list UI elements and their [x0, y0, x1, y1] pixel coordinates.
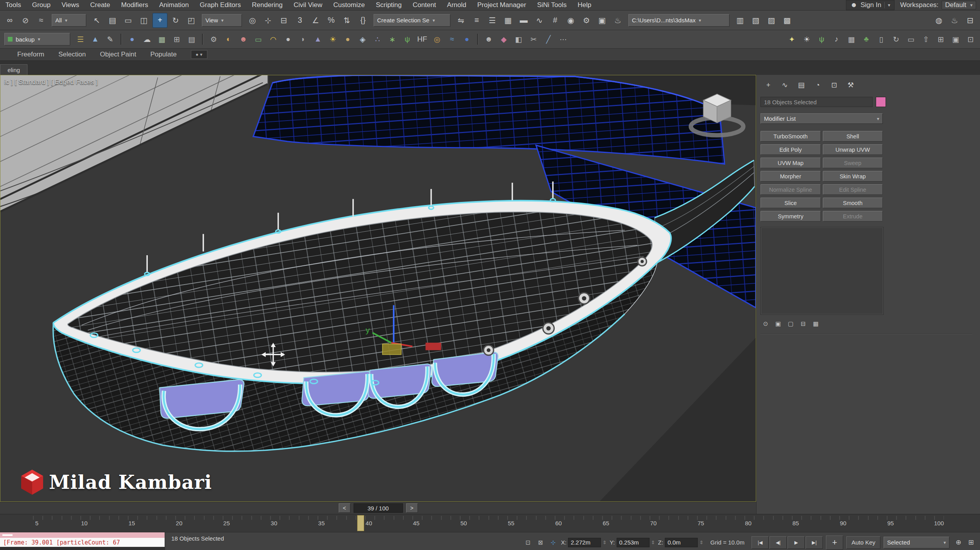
key-selection-dropdown[interactable]: Selected ▾ [884, 537, 949, 548]
gear-icon[interactable]: ⚙ [207, 32, 221, 46]
sphere-preview-icon[interactable]: ◍ [931, 13, 946, 28]
device-icon[interactable]: ▯ [874, 32, 888, 46]
ribbon-tab[interactable]: Freeform [10, 51, 51, 58]
angle-snap-icon[interactable]: ∠ [308, 13, 323, 28]
hierarchy-tab-icon[interactable]: ▤ [795, 80, 808, 91]
plant-icon[interactable]: ψ [815, 32, 829, 46]
modifier-button[interactable]: Normalize Spline [760, 184, 821, 195]
panel-grid-icon[interactable]: ▦ [844, 32, 858, 46]
menu-item[interactable]: Content [407, 0, 442, 10]
isolate-selection-icon[interactable]: ⊡ [523, 538, 533, 547]
ribbon-tab[interactable]: Selection [51, 51, 93, 58]
dropper-icon[interactable]: ╱ [541, 32, 555, 46]
shell-icon[interactable]: ◗ [296, 32, 310, 46]
spreadsheet-icon[interactable]: ▤ [185, 32, 199, 46]
select-and-link-icon[interactable]: ∞ [2, 13, 17, 28]
viewport-label[interactable]: ic ] [ Standard ] [ Edged Faces ] [4, 78, 98, 86]
spinner-icon[interactable]: ⇕ [651, 540, 655, 545]
image-icon[interactable]: ▦ [155, 32, 169, 46]
menu-item[interactable]: Views [56, 0, 85, 10]
set-key-button[interactable]: + [826, 535, 843, 550]
ribbon-tab[interactable]: Populate [143, 51, 184, 58]
selection-filter-dropdown[interactable]: All▾ [52, 14, 86, 27]
starburst-icon[interactable]: ☀ [800, 32, 814, 46]
create-tab-icon[interactable]: + [762, 80, 775, 91]
menu-item[interactable]: Arnold [441, 0, 472, 10]
sun-icon[interactable]: ☀ [326, 32, 340, 46]
auto-key-button[interactable]: Auto Key [846, 536, 880, 549]
utilities-tab-icon[interactable]: ⚒ [844, 80, 857, 91]
select-and-rotate-icon[interactable]: ↻ [168, 13, 183, 28]
window-crossing-icon[interactable]: ◫ [136, 13, 151, 28]
modifier-button[interactable]: TurboSmooth [760, 131, 821, 142]
modifier-button[interactable]: Sweep [823, 158, 883, 168]
display-tab-icon[interactable]: ⊡ [828, 80, 840, 91]
menu-item[interactable]: Create [85, 0, 116, 10]
export-icon[interactable]: ▨ [764, 13, 779, 28]
menu-item[interactable]: Civil View [288, 0, 328, 10]
workspace-dropdown[interactable]: Default ▾ [942, 1, 976, 9]
toggle-layer-explorer-icon[interactable]: ▦ [501, 13, 515, 28]
water-icon[interactable]: ≈ [445, 32, 459, 46]
object-color-swatch[interactable] [876, 97, 886, 107]
modify-tab-icon[interactable]: ∿ [779, 80, 791, 91]
sign-in-button[interactable]: ☻ Sign In ▾ [846, 0, 895, 10]
remove-modifier-icon[interactable]: ⊟ [798, 319, 808, 328]
rendered-frame-window-icon[interactable]: ▣ [595, 13, 610, 28]
ribbon-tab[interactable]: Object Paint [93, 51, 143, 58]
dome-icon[interactable]: ◠ [266, 32, 280, 46]
project-folder-icon[interactable]: ▥ [733, 13, 748, 28]
modifier-list-dropdown[interactable]: Modifier List ▾ [760, 113, 883, 124]
previous-frame-button[interactable]: ◀| [769, 536, 787, 549]
modifier-button[interactable]: Smooth [823, 198, 883, 208]
rect-green-icon[interactable]: ▭ [251, 32, 265, 46]
sphere-icon[interactable]: ● [125, 32, 139, 46]
face-icon[interactable]: ☻ [236, 32, 250, 46]
donut-icon[interactable]: ◎ [430, 32, 444, 46]
frame-counter-field[interactable]: 39 / 100 [354, 503, 403, 513]
frame-icon[interactable]: ⊡ [964, 32, 978, 46]
viewport-canvas[interactable]: y [0, 75, 756, 502]
maximize-viewport-icon[interactable]: ⊞ [965, 537, 977, 548]
motion-tab-icon[interactable]: ◔ [811, 80, 824, 91]
grass-icon[interactable]: ψ [400, 32, 414, 46]
select-by-name-icon[interactable]: ▤ [105, 13, 120, 28]
palette-icon[interactable]: ◆ [497, 32, 511, 46]
modifier-button[interactable]: Unwrap UVW [823, 144, 883, 155]
cone-icon[interactable]: ▲ [311, 32, 325, 46]
configure-modifier-sets-icon[interactable]: ▦ [811, 319, 821, 328]
bind-to-space-warp-icon[interactable]: ≈ [34, 13, 49, 28]
go-to-end-button[interactable]: ▶| [806, 536, 823, 549]
flower-icon[interactable]: ∗ [385, 32, 399, 46]
scissors-icon[interactable]: ✂ [526, 32, 541, 46]
material-editor-icon[interactable]: ◉ [563, 13, 578, 28]
half-sphere-icon[interactable]: ◐ [221, 32, 236, 46]
cloud-icon[interactable]: ☁ [140, 32, 154, 46]
z-value-field[interactable]: 0.0m [665, 538, 698, 547]
toggle-scene-explorer-icon[interactable]: ☰ [485, 13, 500, 28]
layers-icon[interactable]: ☰ [73, 32, 87, 46]
schematic-view-icon[interactable]: # [548, 13, 563, 28]
timeline-ruler[interactable]: 5101520253035404550556065707580859095100 [0, 514, 980, 532]
ribbon-options-button[interactable]: ●▾ [191, 50, 207, 59]
project-path-dropdown[interactable]: C:\Users\D...nts\3dsMax▾ [628, 14, 730, 27]
menu-item[interactable]: Scripting [370, 0, 407, 10]
menu-item[interactable]: Graph Editors [194, 0, 247, 10]
named-selection-sets-dropdown[interactable]: Create Selection Se▾ [374, 14, 450, 27]
align-icon[interactable]: ≡ [469, 13, 484, 28]
select-object-icon[interactable]: ↖ [89, 13, 104, 28]
maxscript-mini-listener[interactable]: [Frame: 39.001 [particleCount: 67 [0, 532, 165, 550]
menu-item[interactable]: Modifiers [116, 0, 154, 10]
mirror-icon[interactable]: ⇋ [454, 13, 468, 28]
make-unique-icon[interactable]: ▢ [786, 319, 796, 328]
modifier-button[interactable]: Extrude [823, 211, 883, 221]
modifier-button[interactable]: Skin Wrap [823, 171, 883, 182]
select-and-manipulate-icon[interactable]: ⊹ [261, 13, 276, 28]
keyboard-shortcut-override-icon[interactable]: ⊟ [276, 13, 291, 28]
timeline-marker[interactable] [357, 515, 364, 531]
pyramid-icon[interactable]: ▲ [88, 32, 102, 46]
percent-snap-icon[interactable]: % [324, 13, 339, 28]
modifier-button[interactable]: Morpher [760, 171, 821, 182]
sphere-blue-icon[interactable]: ● [460, 32, 474, 46]
import-icon[interactable]: ▧ [748, 13, 763, 28]
